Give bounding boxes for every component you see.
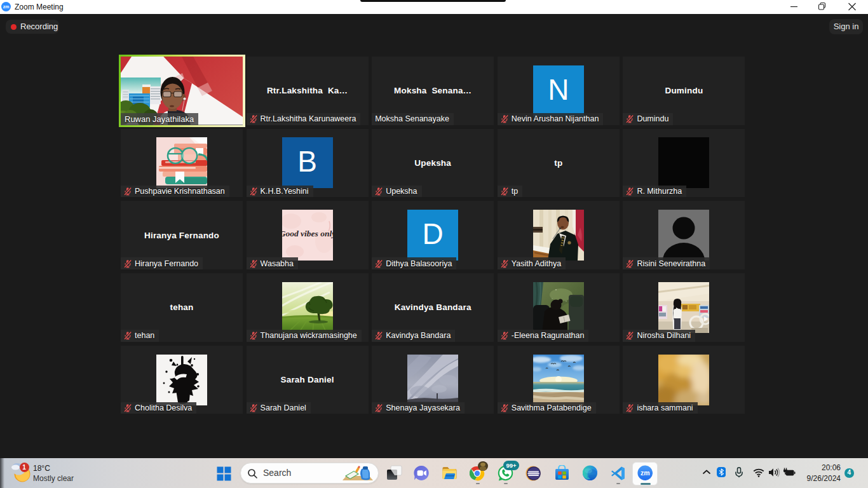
svg-text:zm: zm	[640, 469, 649, 477]
svg-text:Good vibes only: Good vibes only	[282, 229, 333, 238]
